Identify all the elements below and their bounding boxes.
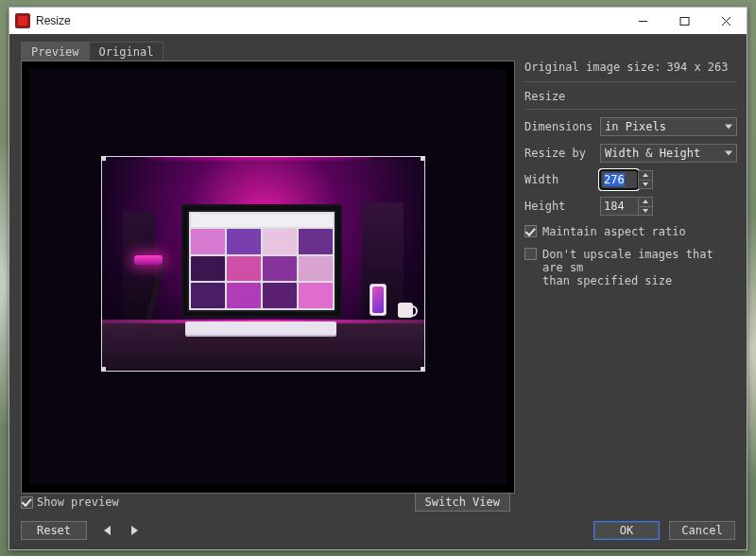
maximize-button[interactable]	[663, 8, 705, 34]
preview-image-monitor	[181, 204, 342, 318]
chevron-up-icon	[643, 200, 648, 203]
resize-by-dropdown[interactable]: Width & Height	[600, 144, 737, 163]
minimize-button[interactable]	[622, 8, 663, 34]
width-label: Width	[524, 173, 600, 186]
switch-view-button[interactable]: Switch View	[415, 493, 510, 512]
width-spinner[interactable]	[600, 170, 653, 189]
chevron-down-icon	[643, 209, 648, 213]
history-nav	[104, 526, 138, 535]
show-preview-label: Show preview	[37, 495, 119, 509]
original-size-row: Original image size: 394 x 263	[524, 61, 737, 74]
dimensions-dropdown[interactable]: in Pixels	[600, 117, 737, 136]
chevron-down-icon	[725, 151, 732, 156]
show-preview-checkbox[interactable]	[21, 496, 33, 509]
crop-rectangle[interactable]	[101, 156, 425, 372]
preview-canvas[interactable]	[29, 69, 507, 485]
app-icon	[15, 13, 30, 28]
height-step-down[interactable]	[638, 207, 653, 217]
chevron-down-icon	[725, 125, 732, 130]
resize-by-value: Width & Height	[605, 147, 700, 160]
resize-dialog: Resize Preview Original	[9, 7, 747, 550]
maintain-aspect-label: Maintain aspect ratio	[542, 225, 686, 238]
undo-button[interactable]	[104, 526, 111, 535]
settings-panel: Original image size: 394 x 263 Resize Di…	[524, 61, 737, 493]
original-size-value: 394 x 263	[667, 61, 729, 74]
chevron-down-icon	[643, 182, 648, 186]
crop-handle-tl[interactable]	[101, 156, 106, 161]
separator	[524, 81, 737, 82]
height-step-up[interactable]	[638, 197, 653, 207]
original-size-label: Original image size:	[524, 61, 662, 74]
crop-handle-br[interactable]	[421, 367, 425, 372]
width-step-down[interactable]	[638, 181, 653, 190]
dialog-client: Preview Original	[9, 34, 747, 549]
reset-button[interactable]: Reset	[21, 521, 87, 540]
window-title: Resize	[36, 14, 71, 27]
resize-by-label: Resize by	[524, 147, 600, 160]
width-input[interactable]	[600, 170, 638, 189]
dialog-footer: Reset OK Cancel	[21, 521, 735, 540]
width-step-up[interactable]	[638, 170, 653, 181]
close-button[interactable]	[705, 8, 747, 34]
window-controls	[622, 8, 747, 34]
dimensions-label: Dimensions	[524, 120, 600, 133]
ok-button[interactable]: OK	[593, 521, 660, 540]
height-label: Height	[524, 200, 600, 213]
no-upscale-checkbox[interactable]	[524, 248, 537, 260]
crop-handle-bl[interactable]	[101, 367, 106, 372]
maintain-aspect-checkbox[interactable]	[524, 225, 537, 237]
svg-rect-0	[680, 17, 689, 25]
preview-controls-row: Show preview Switch View	[21, 493, 735, 512]
cancel-button[interactable]: Cancel	[669, 521, 735, 540]
separator	[524, 109, 737, 110]
crop-handle-tr[interactable]	[421, 156, 425, 161]
titlebar[interactable]: Resize	[9, 8, 747, 34]
resize-section-label: Resize	[524, 90, 737, 103]
redo-button[interactable]	[131, 526, 138, 535]
chevron-up-icon	[643, 173, 648, 177]
height-input[interactable]	[600, 197, 638, 216]
preview-panel	[21, 61, 515, 494]
no-upscale-label: Don't upscale images that are sm than sp…	[542, 248, 737, 287]
dimensions-value: in Pixels	[605, 120, 666, 133]
height-spinner[interactable]	[600, 197, 653, 216]
